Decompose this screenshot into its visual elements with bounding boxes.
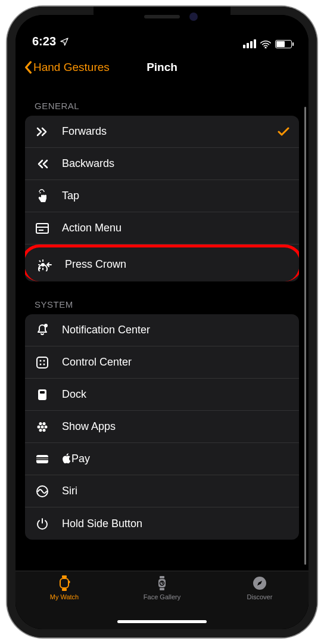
back-button[interactable]: Hand Gestures (21, 57, 112, 78)
row-notification-center[interactable]: Notification Center (25, 314, 299, 346)
svg-point-17 (43, 422, 46, 425)
row-label: Show Apps (62, 420, 289, 433)
compass-icon (251, 575, 269, 592)
wallet-icon (35, 451, 50, 467)
svg-point-18 (39, 429, 42, 432)
svg-rect-21 (36, 457, 48, 459)
tap-icon (35, 188, 50, 204)
svg-point-8 (43, 360, 45, 361)
svg-rect-30 (160, 588, 164, 590)
tab-label: Discover (247, 593, 273, 600)
home-indicator[interactable] (117, 620, 207, 623)
svg-rect-6 (37, 357, 48, 368)
back-label: Hand Gestures (33, 61, 110, 74)
phone-frame: 6:23 Hand Gestures Pinch (7, 7, 317, 637)
section-header-system: SYSTEM (25, 281, 299, 314)
notch (94, 7, 230, 27)
apps-grid-icon (35, 419, 50, 435)
row-dock[interactable]: Dock (25, 379, 299, 411)
row-forwards[interactable]: Forwards (25, 116, 299, 148)
tab-label: Face Gallery (144, 593, 180, 600)
svg-point-16 (39, 422, 42, 425)
row-press-crown[interactable]: Press Crown (25, 244, 299, 281)
row-label: Notification Center (62, 324, 289, 336)
content-scroll[interactable]: GENERAL Forwards Backwards (15, 83, 309, 571)
svg-point-14 (38, 425, 40, 428)
group-system: Notification Center Control Center Dock (25, 314, 299, 540)
svg-point-13 (41, 425, 44, 428)
row-label: Pay (62, 453, 289, 465)
page-title: Pinch (147, 61, 177, 74)
row-backwards[interactable]: Backwards (25, 148, 299, 180)
group-general: Forwards Backwards Tap (25, 116, 299, 281)
battery-icon (275, 40, 292, 48)
svg-rect-25 (62, 575, 67, 578)
svg-rect-29 (160, 576, 164, 578)
row-label: Control Center (62, 356, 289, 369)
svg-point-10 (43, 363, 45, 365)
row-label: Forwards (62, 125, 266, 138)
forwards-icon (35, 124, 50, 140)
tab-label: My Watch (50, 593, 79, 600)
face-gallery-icon (153, 575, 171, 592)
tab-my-watch[interactable]: My Watch (15, 575, 113, 629)
cellular-icon (243, 39, 256, 48)
svg-point-15 (45, 425, 48, 428)
svg-rect-1 (36, 224, 48, 233)
svg-rect-27 (69, 581, 70, 583)
svg-point-7 (40, 360, 42, 361)
checkmark-icon (278, 126, 289, 137)
svg-point-0 (265, 47, 266, 48)
svg-point-5 (44, 324, 48, 327)
location-icon (60, 37, 69, 47)
row-label: Action Menu (62, 222, 289, 234)
power-icon (35, 516, 50, 531)
bell-icon (35, 323, 50, 338)
navigation-bar: Hand Gestures Pinch (15, 52, 309, 83)
scrollbar[interactable] (304, 107, 306, 565)
watch-icon (55, 575, 73, 592)
row-control-center[interactable]: Control Center (25, 346, 299, 379)
row-show-apps[interactable]: Show Apps (25, 411, 299, 443)
apple-logo-icon (62, 453, 71, 463)
row-hold-side-button[interactable]: Hold Side Button (25, 507, 299, 540)
status-time: 6:23 (32, 35, 56, 48)
row-label: Press Crown (65, 258, 286, 271)
action-menu-icon (35, 221, 50, 236)
row-apple-pay[interactable]: Pay (25, 443, 299, 475)
control-center-icon (35, 355, 50, 370)
svg-point-4 (41, 263, 45, 267)
press-crown-icon (38, 257, 53, 273)
svg-rect-24 (60, 578, 68, 588)
row-tap[interactable]: Tap (25, 180, 299, 212)
wifi-icon (260, 40, 272, 48)
svg-rect-11 (38, 389, 46, 400)
svg-rect-26 (62, 589, 67, 591)
svg-rect-12 (40, 391, 45, 394)
row-label: Backwards (62, 157, 289, 170)
section-header-general: GENERAL (25, 83, 299, 116)
row-siri[interactable]: Siri (25, 475, 299, 507)
row-label: Siri (62, 485, 289, 497)
svg-point-9 (40, 363, 42, 365)
row-label: Tap (62, 190, 289, 202)
backwards-icon (35, 156, 50, 172)
chevron-left-icon (24, 61, 32, 74)
row-action-menu[interactable]: Action Menu (25, 212, 299, 244)
dock-icon (35, 387, 50, 402)
tab-discover[interactable]: Discover (211, 575, 309, 629)
row-label: Dock (62, 388, 289, 401)
row-label: Hold Side Button (62, 518, 289, 530)
siri-icon (35, 484, 50, 499)
svg-point-19 (43, 429, 46, 432)
svg-rect-22 (36, 459, 48, 460)
